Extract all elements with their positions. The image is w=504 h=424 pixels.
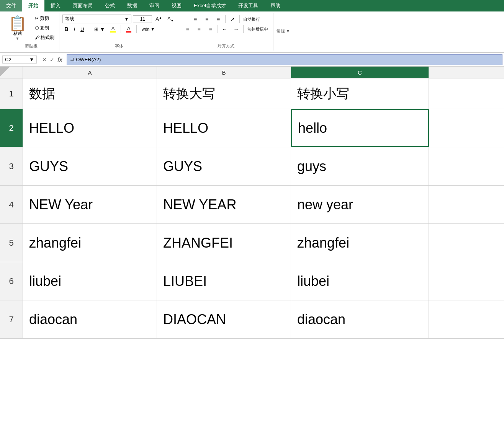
format-painter-button[interactable]: 🖌 格式刷 [33, 34, 56, 42]
paste-button[interactable]: 📋 粘贴 ▼ [6, 15, 29, 41]
align-center[interactable]: ≡ [194, 24, 205, 34]
auto-wrap-button[interactable]: 自动换行 [241, 15, 262, 24]
align-top-row: ≡ ≡ ≡ ↗ 自动换行 [190, 15, 262, 24]
confirm-icon[interactable]: ✓ [50, 57, 54, 63]
cell-c2[interactable]: hello [291, 109, 429, 147]
border-button[interactable]: ⊞ ▼ [92, 26, 106, 33]
cell-c5[interactable]: zhangfei [291, 224, 429, 262]
cell-reference-box[interactable]: C2 ▼ [2, 55, 37, 64]
cell-a7[interactable]: diaocan [23, 300, 157, 338]
cell-a3[interactable]: GUYS [23, 147, 157, 185]
align-left[interactable]: ≡ [182, 24, 193, 34]
table-row: 5 zhangfei ZHANGFEI zhangfei [0, 224, 504, 262]
cell-c3[interactable]: guys [291, 147, 429, 185]
divider3 [136, 25, 137, 33]
cell-a1[interactable]: 数据 [23, 78, 157, 109]
cell-a2[interactable]: HELLO [23, 109, 157, 147]
clipboard-group: 📋 粘贴 ▼ ✂ 剪切 ⬡ 复制 🖌 格式刷 剪贴板 [3, 13, 59, 51]
tab-help[interactable]: 帮助 [264, 0, 286, 11]
align-bottom-row: ≡ ≡ ≡ ← → 合并后居中 [182, 24, 270, 34]
tab-insert[interactable]: 插入 [44, 0, 67, 11]
function-icon[interactable]: fx [57, 57, 62, 63]
tab-file[interactable]: 文件 [0, 0, 22, 11]
tab-review[interactable]: 审阅 [143, 0, 165, 11]
corner-cell [0, 67, 23, 78]
divider4 [225, 15, 226, 23]
font-grow-button[interactable]: A▲ [154, 15, 164, 23]
decrease-indent[interactable]: ← [219, 24, 230, 34]
paste-label: 粘贴 [13, 31, 22, 36]
cancel-icon[interactable]: ✕ [42, 57, 47, 63]
more-label [277, 47, 301, 49]
underline-button[interactable]: U [79, 26, 86, 33]
italic-button[interactable]: I [72, 26, 77, 33]
divider [89, 25, 89, 33]
tab-data[interactable]: 数据 [121, 0, 143, 11]
paste-arrow: ▼ [16, 36, 20, 41]
row-num-4: 4 [0, 186, 23, 223]
cell-a6[interactable]: liubei [23, 262, 157, 300]
cut-button[interactable]: ✂ 剪切 [33, 15, 56, 23]
tab-excel-learn[interactable]: Excel自学成才 [188, 0, 232, 11]
align-top-left[interactable]: ≡ [190, 15, 201, 24]
cell-a4[interactable]: NEW Year [23, 186, 157, 223]
align-top-center[interactable]: ≡ [201, 15, 212, 24]
fill-icon: A [110, 26, 116, 33]
formula-input[interactable]: =LOWER(A2) 提示栏 [67, 54, 502, 65]
cell-b2[interactable]: HELLO [157, 109, 291, 147]
divider7 [243, 25, 244, 33]
cell-c6[interactable]: liubei [291, 262, 429, 300]
align-right[interactable]: ≡ [205, 24, 216, 34]
font-name-arrow: ▼ [124, 16, 129, 22]
more-ribbon: 常规 ▼ [273, 13, 304, 51]
font-label: 字体 [62, 42, 175, 49]
col-header-b[interactable]: B [157, 67, 291, 78]
rotate-text[interactable]: ↗ [227, 15, 238, 24]
font-content: 等线 ▼ 11 A▲ A▼ B I U ⊞ ▼ A [62, 15, 175, 42]
cell-c1[interactable]: 转换小写 [291, 78, 429, 109]
cell-b7[interactable]: DIAOCAN [157, 300, 291, 338]
align-top-right[interactable]: ≡ [213, 15, 224, 24]
font-name-value: 等线 [65, 16, 74, 22]
cell-b5[interactable]: ZHANGFEI [157, 224, 291, 262]
row-num-2: 2 [0, 109, 23, 147]
font-name-box[interactable]: 等线 ▼ [62, 15, 131, 23]
row-num-7: 7 [0, 300, 23, 338]
fill-color-button[interactable]: A [108, 25, 118, 33]
row-num-6: 6 [0, 262, 23, 300]
data-rows: 1 数据 转换大写 转换小写 2 HELLO HELLO hello 3 GUY… [0, 78, 504, 339]
alignment-content: ≡ ≡ ≡ ↗ 自动换行 ≡ ≡ ≡ ← → 合并后居中 [182, 15, 270, 42]
table-row: 3 GUYS GUYS guys [0, 147, 504, 186]
divider2 [121, 25, 121, 33]
tab-page-layout[interactable]: 页面布局 [67, 0, 99, 11]
cell-a5[interactable]: zhangfei [23, 224, 157, 262]
tab-view[interactable]: 视图 [165, 0, 188, 11]
cell-b4[interactable]: NEW YEAR [157, 186, 291, 223]
cell-b6[interactable]: LIUBEI [157, 262, 291, 300]
table-row: 4 NEW Year NEW YEAR new year [0, 186, 504, 224]
tab-developer[interactable]: 开发工具 [232, 0, 264, 11]
cell-b3[interactable]: GUYS [157, 147, 291, 185]
font-color-button[interactable]: A [124, 25, 133, 33]
increase-indent[interactable]: → [231, 24, 242, 34]
clipboard-label: 剪贴板 [6, 42, 56, 49]
font-name-row: 等线 ▼ 11 A▲ A▼ [62, 15, 175, 23]
ribbon-tabs: 文件 开始 插入 页面布局 公式 数据 审阅 视图 Excel自学成才 开发工具… [0, 0, 504, 11]
cell-ref-value: C2 [5, 57, 11, 62]
wubi-button[interactable]: wén ▼ [140, 26, 157, 32]
merge-center-button[interactable]: 合并后居中 [245, 24, 270, 34]
more-content: 常规 ▼ [277, 15, 290, 47]
ribbon-content: 📋 粘贴 ▼ ✂ 剪切 ⬡ 复制 🖌 格式刷 剪贴板 等线 [0, 11, 504, 52]
table-row: 7 diaocan DIAOCAN diaocan [0, 300, 504, 339]
col-header-a[interactable]: A [23, 67, 157, 78]
col-header-c[interactable]: C [291, 67, 429, 78]
tab-formula[interactable]: 公式 [99, 0, 121, 11]
cell-c4[interactable]: new year [291, 186, 429, 223]
cell-c7[interactable]: diaocan [291, 300, 429, 338]
font-shrink-button[interactable]: A▼ [165, 15, 176, 23]
cell-b1[interactable]: 转换大写 [157, 78, 291, 109]
bold-button[interactable]: B [62, 25, 70, 33]
copy-button[interactable]: ⬡ 复制 [33, 24, 56, 32]
font-size-box[interactable]: 11 [133, 15, 152, 23]
tab-home[interactable]: 开始 [22, 0, 44, 11]
